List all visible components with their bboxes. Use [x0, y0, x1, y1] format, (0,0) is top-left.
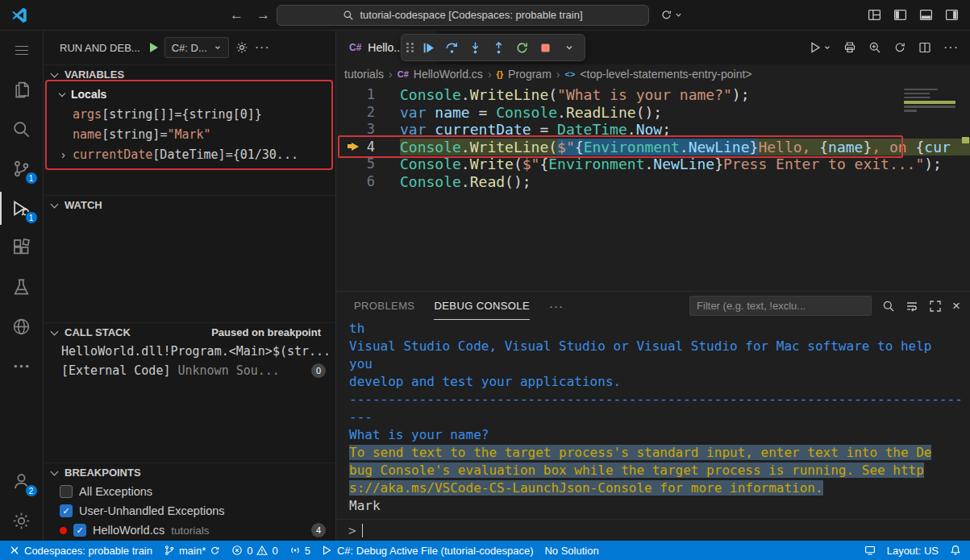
- keyboard-layout-indicator[interactable]: Layout: US: [881, 541, 944, 560]
- search-editor-icon[interactable]: [868, 41, 881, 54]
- run-or-debug-button[interactable]: [809, 41, 831, 54]
- command-center-search[interactable]: tutorial-codespace [Codespaces: probable…: [277, 5, 649, 26]
- breakpoint-checkbox[interactable]: ✓: [60, 504, 73, 517]
- call-stack-frame[interactable]: [External Code]Unknown Sou...0: [44, 361, 335, 380]
- vm-indicator[interactable]: [859, 541, 881, 560]
- toolbar-chevron-down-icon[interactable]: [558, 37, 580, 59]
- line-gutter[interactable]: 1: [336, 86, 400, 104]
- locals-scope-row[interactable]: Locals: [44, 84, 335, 104]
- console-input-row[interactable]: >: [336, 519, 970, 541]
- tab-debug-console[interactable]: DEBUG CONSOLE: [434, 292, 530, 320]
- console-line[interactable]: To send text to the target process's sta…: [349, 444, 970, 462]
- tab-problems[interactable]: PROBLEMS: [354, 292, 414, 320]
- code-text[interactable]: Console.WriteLine("What is your name?");: [400, 86, 970, 104]
- console-line[interactable]: bug Console's evaluation box while the t…: [349, 462, 970, 479]
- breakpoint-checkbox[interactable]: [60, 485, 73, 498]
- search-sidebar-icon[interactable]: [0, 110, 44, 149]
- code-line[interactable]: 6Console.Read();: [336, 173, 970, 191]
- console-line[interactable]: Visual Studio Code, Visual Studio or Vis…: [349, 338, 970, 355]
- code-line[interactable]: 4Console.WriteLine($"{Environment.NewLin…: [336, 139, 970, 156]
- breadcrumb-item[interactable]: Program: [508, 68, 552, 81]
- console-line[interactable]: Mark: [349, 497, 970, 515]
- breadcrumb-item[interactable]: HelloWorld.cs: [414, 68, 483, 81]
- watch-section-header[interactable]: WATCH: [44, 195, 335, 214]
- code-line[interactable]: 1Console.WriteLine("What is your name?")…: [336, 86, 970, 104]
- forward-arrow-icon[interactable]: →: [250, 7, 277, 23]
- console-line[interactable]: ---: [349, 409, 970, 426]
- branch-indicator[interactable]: main*: [158, 541, 226, 560]
- console-filter-input[interactable]: [697, 300, 864, 312]
- debug-status-indicator[interactable]: C#: Debug Active File (tutorial-codespac…: [316, 541, 539, 560]
- breadcrumb-item[interactable]: <top-level-statements-entry-point>: [580, 68, 751, 81]
- code-line[interactable]: 2var name = Console.ReadLine();: [336, 104, 970, 122]
- call-stack-section-header[interactable]: CALL STACK Paused on breakpoint: [44, 322, 335, 342]
- settings-gear-icon[interactable]: [0, 501, 44, 541]
- line-gutter[interactable]: 4: [336, 139, 400, 156]
- line-gutter[interactable]: 2: [336, 104, 400, 122]
- code-text[interactable]: var name = Console.ReadLine();: [400, 104, 970, 122]
- console-line[interactable]: What is your name?: [349, 426, 970, 444]
- toggle-secondary-sidebar-icon[interactable]: [945, 8, 959, 22]
- toggle-primary-sidebar-icon[interactable]: [893, 8, 907, 22]
- source-control-icon[interactable]: 1: [0, 149, 44, 189]
- restart-icon[interactable]: [511, 37, 533, 59]
- console-output[interactable]: thVisual Studio Code, Visual Studio or V…: [336, 320, 970, 519]
- code-editor[interactable]: 1Console.WriteLine("What is your name?")…: [336, 84, 970, 291]
- code-text[interactable]: Console.Read();: [400, 173, 970, 191]
- variable-row[interactable]: args [string[]] = {string[0]}: [44, 104, 335, 124]
- editor-more-actions-icon[interactable]: ···: [943, 40, 959, 55]
- console-line[interactable]: ----------------------------------------…: [349, 391, 970, 409]
- customize-layout-icon[interactable]: [868, 8, 881, 22]
- variable-row[interactable]: name [string] = "Mark": [44, 124, 335, 144]
- breakpoint-row[interactable]: ✓HelloWorld.cstutorials4: [44, 521, 335, 540]
- line-gutter[interactable]: 3: [336, 121, 400, 139]
- console-filter-box[interactable]: [689, 296, 872, 316]
- maximize-panel-icon[interactable]: [929, 300, 942, 313]
- more-views-icon[interactable]: [0, 346, 44, 386]
- remote-indicator[interactable]: Codespaces: probable train: [3, 541, 158, 560]
- code-line[interactable]: 3var currentDate = DateTime.Now;: [336, 121, 970, 139]
- step-into-icon[interactable]: [464, 37, 486, 59]
- line-gutter[interactable]: 6: [336, 173, 400, 191]
- continue-icon[interactable]: [418, 37, 439, 59]
- word-wrap-icon[interactable]: [905, 300, 918, 313]
- console-search-icon[interactable]: [882, 300, 895, 313]
- breakpoints-section-header[interactable]: BREAKPOINTS: [44, 463, 335, 482]
- accounts-icon[interactable]: 2: [0, 462, 44, 501]
- sync-dropdown-icon[interactable]: [660, 9, 683, 21]
- ports-indicator[interactable]: 5: [284, 541, 316, 560]
- menu-icon[interactable]: [0, 31, 44, 70]
- console-line[interactable]: you: [349, 355, 970, 373]
- debug-config-dropdown[interactable]: C#: D...: [164, 37, 229, 58]
- call-stack-frame[interactable]: HelloWorld.dll!Program.<Main>$(str...: [44, 342, 335, 361]
- start-debug-icon[interactable]: [150, 43, 158, 52]
- notifications-bell-icon[interactable]: [944, 541, 967, 560]
- toggle-panel-icon[interactable]: [919, 8, 933, 22]
- problems-indicator[interactable]: 0 0: [226, 541, 283, 560]
- code-line[interactable]: 5Console.Write($"{Environment.NewLine}Pr…: [336, 156, 970, 173]
- back-arrow-icon[interactable]: ←: [223, 7, 250, 23]
- step-over-icon[interactable]: [441, 37, 463, 59]
- run-and-debug-icon[interactable]: 1: [0, 189, 44, 228]
- extensions-icon[interactable]: [0, 228, 44, 268]
- solution-indicator[interactable]: No Solution: [539, 541, 604, 560]
- variables-section-header[interactable]: VARIABLES: [44, 64, 335, 84]
- console-line[interactable]: develop and test your applications.: [349, 373, 970, 391]
- code-text[interactable]: var currentDate = DateTime.Now;: [400, 121, 970, 139]
- testing-icon[interactable]: [0, 268, 44, 307]
- code-text[interactable]: Console.Write($"{Environment.NewLine}Pre…: [400, 156, 970, 173]
- console-line[interactable]: s://aka.ms/VSCode-CS-LaunchJson-Console …: [349, 479, 970, 497]
- sidebar-more-actions-icon[interactable]: ···: [255, 40, 270, 55]
- console-line[interactable]: th: [349, 320, 970, 338]
- breakpoint-checkbox[interactable]: ✓: [73, 524, 86, 537]
- split-editor-icon[interactable]: [918, 41, 931, 54]
- step-out-icon[interactable]: [488, 37, 510, 59]
- minimap[interactable]: [904, 86, 959, 114]
- refresh-icon[interactable]: [893, 41, 906, 54]
- breadcrumb-item[interactable]: tutorials: [344, 68, 384, 81]
- toolbar-drag-handle[interactable]: [406, 43, 414, 52]
- breakpoint-row[interactable]: All Exceptions: [44, 482, 335, 501]
- panel-more-tabs-icon[interactable]: ···: [549, 299, 564, 313]
- print-icon[interactable]: [843, 41, 856, 54]
- line-gutter[interactable]: 5: [336, 156, 400, 173]
